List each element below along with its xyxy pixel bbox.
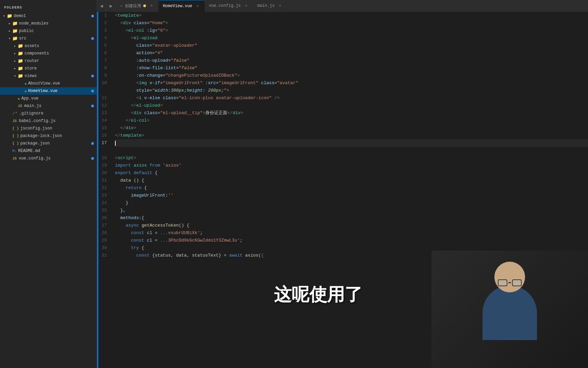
sidebar-item-router[interactable]: ▸ 📁 router [0,57,97,65]
modified-indicator [91,90,94,92]
token [131,19,134,27]
token [203,79,206,87]
token: data [120,177,131,184]
sidebar-item-views[interactable]: ▾ 📁 views [0,72,97,80]
code-line-9: :on-change="changePictureUploadIDBack"> [115,72,588,79]
folder-icon: 📁 [18,51,23,56]
token: imageUrlFront [131,192,165,199]
spacer: ▸ [7,119,12,123]
token: v-if [149,79,160,87]
tab-mainjs[interactable]: main.js × [253,0,287,12]
sidebar-label: package.json [20,141,50,146]
tab-bar: ◀ ▶ — 创建应用 × HomeView.vue × vue.config.j… [97,0,588,12]
tab-vueconfig[interactable]: vue.config.js × [205,0,254,12]
sidebar-item-src[interactable]: ▾ 📁 src [0,35,97,42]
tab-close-button[interactable]: × [195,3,200,9]
vue-icon: ◈ [24,89,27,93]
tab-close-button[interactable]: × [149,3,154,9]
token: async [126,222,139,229]
token: 'axios' [163,162,181,169]
line-num-21: 20 [98,169,110,177]
js-icon: JS [12,156,17,160]
token: :show-file-list [136,64,176,72]
sidebar-item-app-vue[interactable]: ▸ ◈ App.vue [0,95,97,102]
spacer: ▸ [7,134,12,138]
token: "avatar-uploader" [152,42,197,49]
sidebar-item-homeview[interactable]: ▸ ◈ HomeView.vue [0,87,97,95]
token: : [165,192,168,199]
token [142,94,144,102]
token: export [115,169,131,177]
token: } [115,199,128,207]
token [115,192,131,199]
tab-close-button[interactable]: × [277,3,283,9]
sidebar-item-demo1[interactable]: ▾ 📁 demo1 [0,12,97,20]
token: const [131,237,144,244]
code-line-2: <div class="home"> [115,19,588,27]
token: ... [160,229,168,237]
tab-close-button[interactable]: × [243,3,249,9]
token [142,109,144,117]
tab-homeview[interactable]: HomeView.vue × [159,0,205,12]
line-num-15: 14 [98,117,110,124]
token [115,94,136,102]
sidebar-item-pkg-lock[interactable]: ▸ { } package-lock.json [0,132,97,140]
modified-indicator [91,157,94,160]
token: > [241,109,243,117]
line-num-27: 26 [98,214,110,222]
sidebar-item-jsconfig[interactable]: ▸ { } jsconfig.json [0,125,97,132]
sidebar-label: node_modules [19,21,48,26]
sidebar-item-public[interactable]: ▸ 📁 public [0,27,97,35]
sidebar-item-node-modules[interactable]: ▸ 📁 node_modules [0,20,97,27]
token: el-upload [134,34,158,42]
token: = [176,94,179,102]
token [115,252,136,259]
tab-label: HomeView.vue [163,4,192,9]
sidebar-item-gitignore[interactable]: ▸ /* .gitignore [0,110,97,117]
code-line-23: imageUrlFront:'' [115,192,588,199]
sidebar-item-aboutview[interactable]: ▸ ◈ AboutView.vue [0,80,97,87]
line-num-31: 30 [98,244,110,252]
token: width [155,87,168,94]
nav-back-button[interactable]: ◀ [97,0,107,12]
sidebar-item-mainjs[interactable]: ▸ JS main.js [0,102,97,110]
token: cl [147,229,152,237]
sidebar-item-store[interactable]: ▸ 📁 store [0,65,97,72]
file-icon: /* [12,111,18,116]
sidebar-item-readme[interactable]: ▸ M↓ README.md [0,147,97,155]
sidebar-label: public [19,29,34,33]
token [144,27,147,34]
token: }, [115,207,126,214]
line-numbers: 1 2 3 4 5 6 7 8 9 10 11 12 13 14 15 16 1… [98,12,114,368]
token: = [152,229,160,237]
token [131,169,134,177]
sidebar-item-components[interactable]: ▸ 📁 components [0,50,97,57]
token: : [168,87,171,94]
token [115,34,131,42]
token: = [274,79,277,87]
token [115,237,131,244]
sidebar-item-vueconfig[interactable]: ▸ JS vue.config.js [0,155,97,162]
sidebar-item-assets[interactable]: ▸ 📁 assets [0,42,97,50]
token: getAccessToken [142,222,179,229]
token: { [139,244,144,252]
token: style [136,87,149,94]
token: false [174,57,187,64]
nav-forward-button[interactable]: ▶ [107,0,116,12]
code-line-26: methods:{ [115,214,588,222]
glass-right [512,279,522,286]
code-line-1: <template> [115,12,588,19]
folder-icon: 📁 [18,73,23,79]
token [131,162,134,169]
sidebar-item-babel[interactable]: ▸ JS babel.config.js [0,117,97,125]
sidebar-label: components [24,51,49,56]
line-num-17: 16 [98,132,110,139]
code-line-4: <el-upload [115,34,588,42]
token: class [144,109,158,117]
tab-build-app[interactable]: — 创建应用 × [116,0,159,12]
token: '' [168,192,174,199]
code-line-10b: style="width:300px;height: 200px;"> [115,87,588,94]
sidebar-item-pkg[interactable]: ▸ { } package.json [0,140,97,147]
sidebar-label-demo1: demo1 [14,14,26,18]
code-line-13: <div class="el-upload__tip">身份证正面</div> [115,109,588,117]
